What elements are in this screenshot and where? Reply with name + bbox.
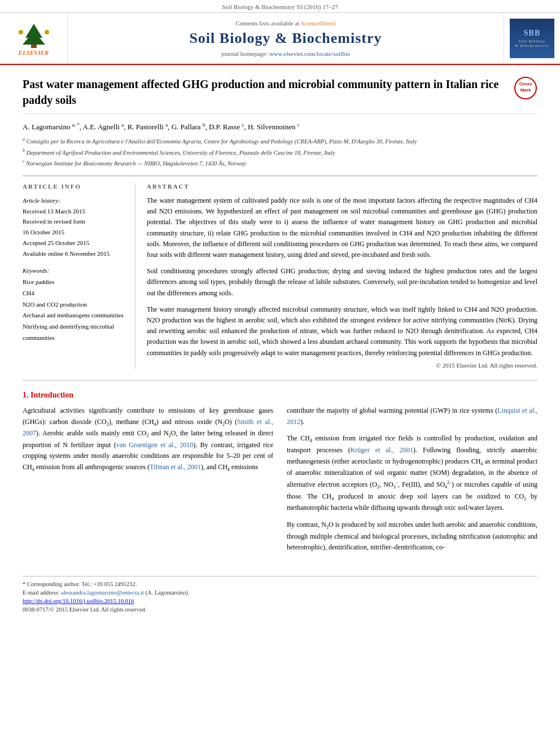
- groenigen-ref[interactable]: van Groenigen et al., 2010: [116, 441, 193, 449]
- intro-section: 1. Introduction Agricultural activities …: [23, 391, 537, 565]
- header-right: SBB Soil Biology& Biochemistry: [504, 13, 560, 64]
- abstract-heading: ABSTRACT: [147, 183, 537, 190]
- svg-text:Mark: Mark: [520, 88, 531, 93]
- keyword-2: CH4: [23, 290, 34, 296]
- keyword-5: Nitrifying and denitrifying microbial co…: [23, 323, 114, 341]
- sciencedirect-line: Contents lists available at ScienceDirec…: [235, 20, 335, 27]
- sciencedirect-label: Contents lists available at: [235, 20, 299, 27]
- intro-right-para-1: contribute the majority of global warmin…: [287, 405, 537, 428]
- intro-right-para-3: By contrast, N2O is produced by soil mic…: [287, 519, 537, 553]
- section-number: 1.: [23, 391, 29, 399]
- crossmark-badge: Cross Mark: [514, 76, 537, 100]
- keyword-1: Rice paddies: [23, 278, 55, 285]
- footer-links: http://dx.doi.org/10.1016/j.soilbio.2015…: [23, 598, 537, 604]
- email-label: E-mail address:: [23, 589, 60, 596]
- svg-text:Cross: Cross: [519, 81, 532, 86]
- section-divider: [23, 380, 537, 381]
- section-name: Introduction: [30, 391, 73, 399]
- body-col-left: Agricultural activities significantly co…: [23, 405, 273, 559]
- doi-link[interactable]: http://dx.doi.org/10.1016/j.soilbio.2015…: [23, 598, 134, 604]
- elsevier-text: ELSEVIER: [19, 49, 49, 56]
- svg-point-4: [19, 30, 23, 34]
- accepted-label: Accepted 25 October 2015: [23, 239, 89, 246]
- body-two-col: Agricultural activities significantly co…: [23, 405, 537, 559]
- revised-date: 16 October 2015: [23, 229, 64, 235]
- journal-title-main: Soil Biology & Biochemistry: [189, 30, 382, 47]
- journal-ref: Soil Biology & Biochemistry 93 (2016) 17…: [222, 3, 338, 10]
- article-container: Past water management affected GHG produ…: [0, 65, 560, 626]
- email-name: (A. Lagomarsino).: [146, 589, 190, 596]
- elsevier-logo: ELSEVIER: [14, 21, 54, 56]
- keywords-label: Keywords:: [23, 267, 49, 274]
- email-link[interactable]: alessandra.lagomarsino@entecra.it: [61, 589, 144, 596]
- homepage-url[interactable]: www.elsevier.com/locate/soilbio: [269, 50, 350, 57]
- article-info-col: ARTICLE INFO Article history: Received 1…: [23, 183, 135, 369]
- intro-left-para-1: Agricultural activities significantly co…: [23, 405, 273, 474]
- article-info-heading: ARTICLE INFO: [23, 183, 126, 190]
- keywords-section: Keywords: Rice paddies CH4 N2O and CO2 p…: [23, 265, 126, 344]
- header-left: ELSEVIER: [0, 13, 68, 64]
- article-history: Article history: Received 13 March 2015 …: [23, 195, 126, 259]
- linquist-ref[interactable]: Linquist et al., 2012: [287, 407, 537, 426]
- top-ref-bar: Soil Biology & Biochemistry 93 (2016) 17…: [0, 0, 560, 13]
- online-label: Available online 6 November 2015: [23, 250, 110, 257]
- corresponding-text: * Corresponding author. Tel.: +39 055 24…: [23, 581, 137, 587]
- header-center: Contents lists available at ScienceDirec…: [68, 13, 504, 64]
- abstract-para-2: Soil conditioning procedures strongly af…: [147, 266, 537, 299]
- page-wrapper: Soil Biology & Biochemistry 93 (2016) 17…: [0, 0, 560, 747]
- affiliation-b: b Department of Agrifood Production and …: [23, 147, 537, 157]
- intro-left-text: Agricultural activities significantly co…: [23, 405, 273, 474]
- intro-right-para-2: The CH4 emission from irrigated rice fie…: [287, 433, 537, 514]
- homepage-label: journal homepage:: [221, 50, 268, 57]
- kruger-ref[interactable]: Krüger et al., 2001: [351, 446, 413, 454]
- article-info-abstract: ARTICLE INFO Article history: Received 1…: [23, 176, 537, 369]
- sciencedirect-link[interactable]: ScienceDirect: [301, 20, 336, 27]
- tilman-ref[interactable]: Tilman et al., 2001: [150, 463, 201, 471]
- svg-point-5: [45, 30, 49, 34]
- abstract-col: ABSTRACT The water management system of …: [147, 183, 537, 369]
- abstract-text: The water management system of cultivate…: [147, 195, 537, 359]
- section-title: 1. Introduction: [23, 391, 537, 400]
- article-title: Past water management affected GHG produ…: [23, 76, 514, 108]
- issn-line: 0038-0717/© 2015 Elsevier Ltd. All right…: [23, 606, 537, 613]
- history-label: Article history:: [23, 195, 126, 206]
- intro-right-text: contribute the majority of global warmin…: [287, 405, 537, 553]
- article-title-section: Past water management affected GHG produ…: [23, 76, 537, 114]
- body-col-right: contribute the majority of global warmin…: [287, 405, 537, 559]
- authors: A. Lagomarsino a, *, A.E. Agnelli a, R. …: [23, 122, 537, 132]
- affiliations: a Consiglio per la Ricerca in Agricoltur…: [23, 136, 537, 168]
- affiliation-c: c Norwegian Institute for Bioeconomy Res…: [23, 158, 537, 168]
- keyword-3: N2O and CO2 production: [23, 301, 87, 308]
- abstract-para-1: The water management system of cultivate…: [147, 195, 537, 260]
- journal-header: ELSEVIER Contents lists available at Sci…: [0, 13, 560, 65]
- revised-label: Received in revised form: [23, 218, 85, 225]
- affiliation-a: a Consiglio per la Ricerca in Agricoltur…: [23, 136, 537, 146]
- received-date: Received 13 March 2015: [23, 208, 85, 215]
- footer-area: * Corresponding author. Tel.: +39 055 24…: [23, 576, 537, 613]
- journal-logo-box: SBB Soil Biology& Biochemistry: [510, 19, 554, 58]
- elsevier-tree-icon: [14, 21, 54, 49]
- email-note: E-mail address: alessandra.lagomarsino@e…: [23, 589, 537, 596]
- svg-rect-3: [31, 45, 37, 48]
- corresponding-note: * Corresponding author. Tel.: +39 055 24…: [23, 581, 537, 587]
- crossmark-icon: Cross Mark: [514, 76, 537, 100]
- keyword-4: Archaeal and methanogens communities: [23, 312, 124, 318]
- copyright-line: © 2015 Elsevier Ltd. All rights reserved…: [147, 362, 537, 369]
- abstract-para-3: The water management history strongly af…: [147, 304, 537, 359]
- journal-homepage: journal homepage: www.elsevier.com/locat…: [221, 50, 350, 57]
